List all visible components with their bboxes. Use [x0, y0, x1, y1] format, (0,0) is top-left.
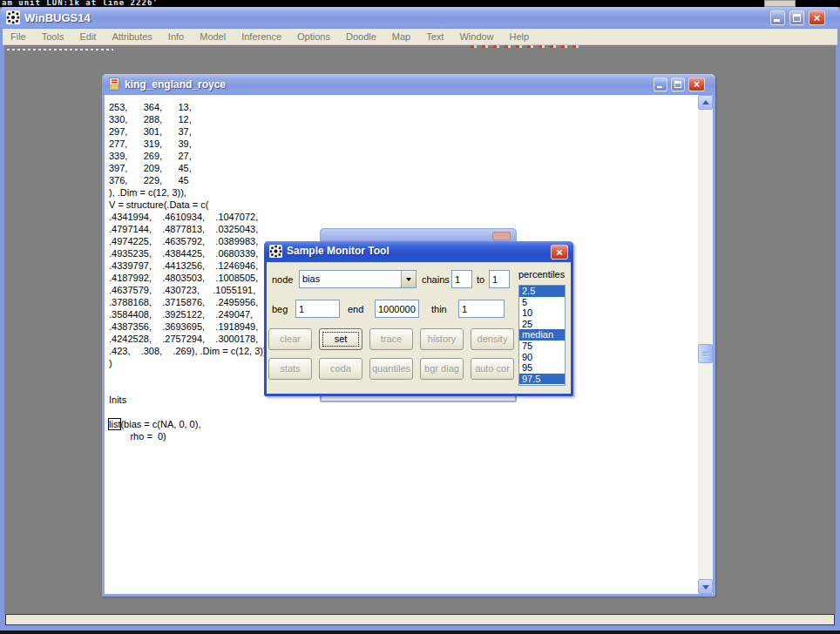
chevron-down-icon — [406, 278, 411, 281]
beg-label: beg — [272, 304, 288, 314]
terminal-text: am unit LUN:1k at line 2226' — [2, 0, 159, 7]
chains-label: chains — [422, 274, 450, 285]
end-label: end — [348, 304, 363, 314]
auto-cor-button[interactable]: auto cor — [471, 358, 514, 380]
down-arrow-icon — [702, 585, 709, 590]
document-titlebar[interactable]: king_england_royce × — [102, 74, 715, 95]
clear-button[interactable]: clear — [268, 328, 312, 350]
scroll-thumb[interactable] — [698, 344, 713, 363]
scroll-up-button[interactable] — [698, 95, 713, 110]
background-window-sliver — [764, 0, 796, 7]
inits-rho-line: rho = 0) — [109, 430, 166, 442]
stats-button[interactable]: stats — [268, 358, 312, 380]
close-icon: × — [552, 246, 567, 259]
close-icon: × — [810, 11, 824, 24]
button-row-1: clear set trace history density — [268, 328, 514, 350]
screen: WinBUGS14 × File Tools Edit Attributes I… — [0, 0, 840, 634]
menu-help[interactable]: Help — [502, 31, 538, 42]
percentile-option[interactable]: 97.5 — [519, 374, 565, 385]
dialog-body: node bias chains to percentiles 2.5 5 10… — [267, 262, 571, 394]
menubar: File Tools Edit Attributes Info Model In… — [3, 29, 837, 45]
minimize-icon — [774, 19, 780, 22]
menu-model[interactable]: Model — [192, 31, 234, 42]
percentile-option[interactable]: 2.5 — [519, 286, 565, 297]
maximize-icon — [674, 81, 681, 88]
main-titlebar[interactable]: WinBUGS14 × — [0, 7, 840, 29]
percentiles-listbox[interactable]: 2.5 5 10 25 median 75 90 95 97.5 — [518, 285, 566, 386]
percentile-option[interactable]: 95 — [519, 362, 565, 374]
main-maximize-button[interactable] — [789, 10, 804, 25]
selected-word[interactable]: list — [109, 419, 120, 429]
beg-input[interactable] — [295, 300, 340, 318]
button-row-2: stats coda quantiles bgr diag auto cor — [268, 358, 514, 380]
document-maximize-button[interactable] — [671, 78, 685, 91]
percentile-option[interactable]: 90 — [519, 352, 565, 363]
menu-edit[interactable]: Edit — [71, 31, 104, 42]
bgr-diag-button[interactable]: bgr diag — [420, 358, 464, 380]
node-value: bias — [302, 273, 320, 284]
thin-label: thin — [431, 304, 447, 314]
node-dropdown-button[interactable] — [401, 271, 416, 287]
menu-map[interactable]: Map — [384, 31, 418, 42]
document-minimize-button[interactable] — [654, 78, 667, 91]
menu-window[interactable]: Window — [451, 31, 501, 42]
coda-button[interactable]: coda — [319, 358, 362, 380]
vertical-scrollbar[interactable] — [698, 95, 713, 594]
menu-options[interactable]: Options — [289, 31, 338, 42]
model-data-text: 253, 364, 13, 330, 288, 12, 297, 301, 37… — [109, 101, 269, 406]
node-combobox[interactable]: bias — [299, 270, 417, 288]
desktop-bottom-strip — [0, 631, 840, 634]
close-icon: × — [689, 78, 704, 91]
percentile-option[interactable]: 10 — [519, 307, 565, 319]
occluded-dialog-close-button[interactable] — [492, 232, 511, 240]
document-window-title: king_england_royce — [125, 78, 226, 91]
density-button[interactable]: density — [471, 328, 514, 350]
percentiles-label: percentiles — [518, 269, 565, 280]
end-input[interactable] — [375, 300, 419, 318]
menu-info[interactable]: Info — [160, 31, 192, 42]
quantiles-button[interactable]: quantiles — [369, 358, 413, 380]
screen-artifact — [7, 49, 113, 51]
dialog-titlebar[interactable]: Sample Monitor Tool × — [264, 241, 573, 262]
set-button[interactable]: set — [319, 328, 362, 350]
menu-file[interactable]: File — [3, 31, 34, 42]
history-button[interactable]: history — [420, 328, 464, 350]
winbugs-logo-icon — [269, 245, 282, 258]
dialog-title: Sample Monitor Tool — [287, 245, 390, 257]
scroll-down-button[interactable] — [698, 579, 713, 594]
up-arrow-icon — [702, 100, 709, 105]
document-close-button[interactable]: × — [688, 78, 705, 91]
document-icon — [108, 78, 121, 91]
chains-to-input[interactable] — [489, 270, 510, 288]
percentile-option[interactable]: median — [519, 329, 565, 341]
menu-tools[interactable]: Tools — [34, 31, 72, 42]
occluded-dialog-titlebar[interactable] — [321, 229, 516, 242]
winbugs-logo-icon — [6, 10, 20, 24]
menu-inference[interactable]: Inference — [234, 31, 289, 42]
to-label: to — [477, 274, 484, 285]
main-close-button[interactable]: × — [809, 10, 825, 25]
status-bar — [5, 614, 835, 625]
dialog-close-button[interactable]: × — [551, 245, 568, 260]
maximize-icon — [793, 14, 801, 22]
chains-input[interactable] — [451, 270, 472, 288]
menu-text[interactable]: Text — [418, 31, 451, 42]
main-minimize-button[interactable] — [770, 10, 785, 25]
screen-artifact — [471, 45, 579, 48]
menu-doodle[interactable]: Doodle — [338, 31, 384, 42]
main-window-title: WinBUGS14 — [24, 11, 91, 24]
thumb-grip-icon — [702, 352, 708, 357]
background-terminal-strip: am unit LUN:1k at line 2226' — [0, 0, 840, 7]
node-label: node — [272, 274, 293, 285]
trace-button[interactable]: trace — [369, 328, 413, 350]
menu-attributes[interactable]: Attributes — [104, 31, 159, 42]
percentile-option[interactable]: 75 — [519, 341, 565, 352]
percentile-option[interactable]: 25 — [519, 319, 565, 330]
minimize-icon — [657, 86, 662, 88]
thin-input[interactable] — [458, 300, 505, 318]
percentile-option[interactable]: 5 — [519, 297, 565, 308]
inits-list-line: list(bias = c(NA, 0, 0), — [109, 418, 200, 430]
sample-monitor-tool-dialog: Sample Monitor Tool × node bias chains t… — [264, 241, 573, 396]
